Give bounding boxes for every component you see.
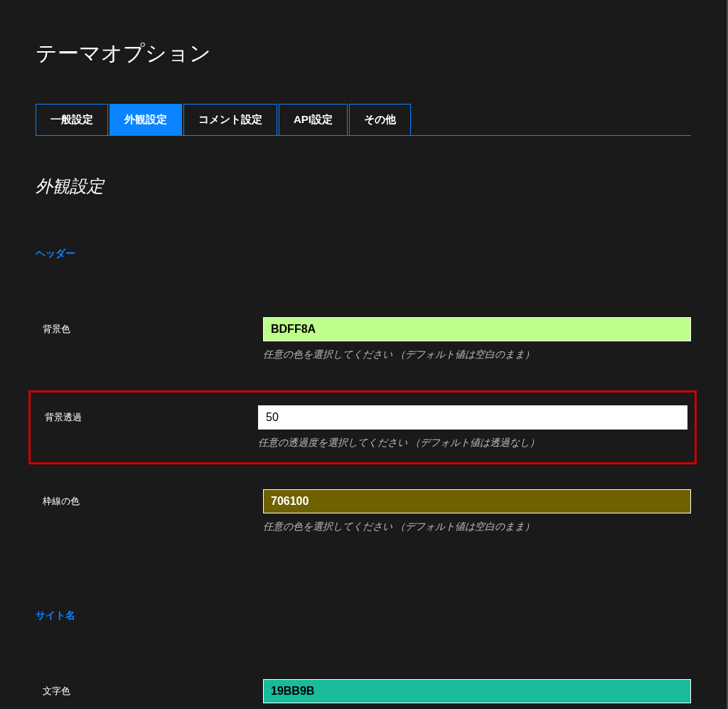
field-row-border-color: 枠線の色 任意の色を選択してください （デフォルト値は空白のまま） — [36, 486, 691, 537]
subsection-sitename: サイト名 — [36, 609, 691, 622]
hint-bg-opacity: 任意の透過度を選択してください （デフォルト値は透過なし） — [258, 437, 687, 449]
field-row-bg-opacity: 背景透過 任意の透過度を選択してください （デフォルト値は透過なし） — [28, 390, 697, 464]
input-text-color[interactable] — [263, 679, 691, 703]
tab-appearance[interactable]: 外観設定 — [109, 104, 182, 135]
input-area-bg-color: 任意の色を選択してください （デフォルト値は空白のまま） — [263, 317, 691, 361]
theme-options-page: テーマオプション 一般設定 外観設定 コメント設定 API設定 その他 外観設定… — [0, 0, 728, 709]
tabs: 一般設定 外観設定 コメント設定 API設定 その他 — [36, 104, 691, 136]
input-border-color[interactable] — [263, 489, 691, 513]
page-title: テーマオプション — [36, 39, 691, 68]
input-bg-opacity[interactable] — [258, 405, 687, 430]
input-area-bg-opacity: 任意の透過度を選択してください （デフォルト値は透過なし） — [258, 405, 687, 449]
label-bg-opacity: 背景透過 — [31, 405, 258, 424]
tab-api[interactable]: API設定 — [279, 104, 348, 135]
section-title: 外観設定 — [36, 175, 691, 198]
input-area-text-color: 任意の色を選択してください （デフォルト値は空白のまま） — [263, 679, 691, 709]
label-text-color: 文字色 — [36, 679, 263, 698]
hint-border-color: 任意の色を選択してください （デフォルト値は空白のまま） — [263, 521, 691, 533]
tab-comments[interactable]: コメント設定 — [183, 104, 277, 135]
field-row-text-color: 文字色 任意の色を選択してください （デフォルト値は空白のまま） — [36, 676, 691, 709]
label-border-color: 枠線の色 — [36, 489, 263, 508]
input-area-border-color: 任意の色を選択してください （デフォルト値は空白のまま） — [263, 489, 691, 533]
tab-other[interactable]: その他 — [349, 104, 411, 135]
field-row-bg-color: 背景色 任意の色を選択してください （デフォルト値は空白のまま） — [36, 314, 691, 365]
label-bg-color: 背景色 — [36, 317, 263, 336]
hint-bg-color: 任意の色を選択してください （デフォルト値は空白のまま） — [263, 348, 691, 361]
input-bg-color[interactable] — [263, 317, 691, 341]
subsection-header: ヘッダー — [36, 247, 691, 260]
tab-general[interactable]: 一般設定 — [36, 104, 108, 135]
